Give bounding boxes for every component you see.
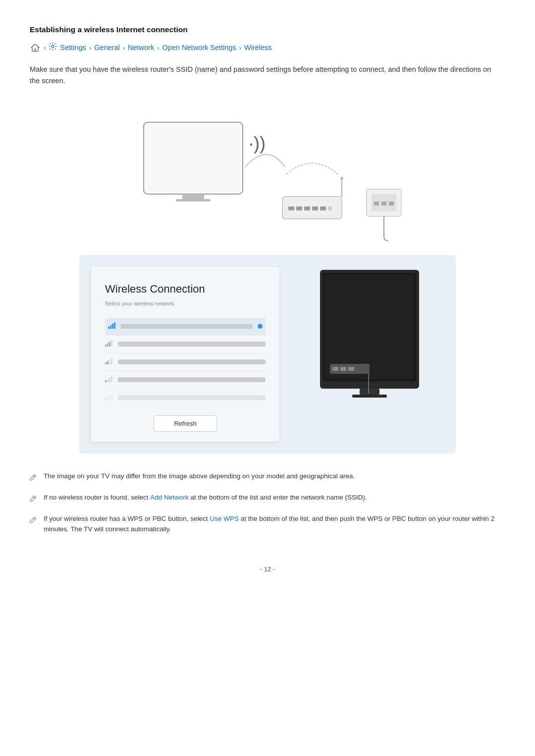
svg-rect-38 — [111, 394, 112, 400]
home-icon — [30, 43, 41, 53]
svg-rect-11 — [328, 206, 332, 210]
page-number: - 12 - — [30, 564, 505, 574]
svg-rect-26 — [111, 340, 112, 347]
svg-rect-23 — [105, 345, 107, 347]
notes-section: The image on your TV may differ from the… — [30, 471, 505, 535]
svg-rect-43 — [352, 395, 387, 398]
wifi-strength-icon-1 — [105, 339, 113, 350]
pencil-icon-2 — [30, 515, 37, 526]
tv-image-right — [293, 255, 456, 413]
pencil-icon-0 — [30, 472, 37, 484]
network-item-0[interactable] — [105, 318, 266, 336]
svg-rect-2 — [182, 194, 204, 199]
svg-rect-37 — [109, 395, 110, 400]
breadcrumb-general: General — [94, 43, 120, 53]
svg-line-50 — [34, 497, 35, 499]
wireless-connection-panel: Wireless Connection Select your wireless… — [91, 267, 279, 442]
wifi-strength-icon-0 — [108, 321, 116, 332]
panel-title: Wireless Connection — [105, 281, 266, 297]
page-title: Establishing a wireless Internet connect… — [30, 24, 505, 35]
pencil-icon-1 — [30, 494, 37, 505]
svg-rect-20 — [110, 325, 111, 329]
intro-text: Make sure that you have the wireless rou… — [30, 64, 495, 87]
svg-rect-29 — [109, 359, 110, 364]
breadcrumb-wireless: Wireless — [244, 43, 272, 53]
svg-rect-30 — [111, 358, 112, 364]
svg-rect-36 — [107, 397, 108, 400]
breadcrumb-sep-4: › — [239, 43, 241, 53]
wifi-strength-icon-2 — [105, 357, 113, 367]
network-name-2 — [118, 359, 266, 364]
network-list — [105, 318, 266, 406]
breadcrumb-sep-1: › — [89, 43, 91, 53]
wifi-strength-icon-4 — [105, 393, 113, 403]
use-wps-link[interactable]: Use WPS — [210, 515, 239, 522]
svg-rect-34 — [111, 376, 112, 382]
svg-point-0 — [52, 45, 54, 48]
breadcrumb-network: Network — [128, 43, 154, 53]
breadcrumb-sep-2: › — [123, 43, 125, 53]
svg-rect-8 — [304, 206, 310, 210]
svg-rect-22 — [114, 322, 115, 329]
svg-rect-9 — [312, 206, 318, 210]
network-name-4 — [118, 395, 266, 400]
network-item-4[interactable] — [105, 389, 266, 406]
svg-line-51 — [34, 518, 35, 520]
network-selected-dot-0 — [258, 324, 263, 329]
svg-rect-6 — [288, 206, 294, 210]
note-item-2: If your wireless router has a WPS or PBC… — [30, 514, 495, 535]
svg-rect-19 — [108, 327, 109, 329]
svg-point-13 — [340, 177, 343, 180]
add-network-link[interactable]: Add Network — [150, 494, 188, 501]
diagram-area: ·)) — [30, 102, 505, 241]
network-name-3 — [118, 377, 266, 382]
breadcrumb-sep-3: › — [157, 43, 159, 53]
svg-rect-21 — [112, 324, 113, 329]
svg-rect-27 — [105, 362, 107, 364]
svg-rect-18 — [389, 202, 394, 205]
note-text-2: If your wireless router has a WPS or PBC… — [44, 514, 495, 535]
network-item-1[interactable] — [105, 336, 266, 353]
svg-text:·)): ·)) — [249, 133, 266, 153]
svg-rect-3 — [176, 199, 211, 202]
svg-rect-45 — [332, 367, 338, 371]
svg-rect-17 — [381, 202, 386, 205]
svg-rect-46 — [340, 367, 346, 371]
network-item-3[interactable] — [105, 371, 266, 389]
wifi-strength-icon-3 — [105, 375, 113, 385]
svg-rect-35 — [105, 398, 107, 400]
svg-rect-16 — [374, 202, 379, 205]
svg-rect-1 — [144, 122, 243, 194]
svg-rect-47 — [348, 367, 354, 371]
breadcrumb-open-network-settings: Open Network Settings — [162, 43, 236, 53]
svg-rect-42 — [360, 389, 379, 395]
svg-rect-31 — [105, 380, 107, 382]
svg-rect-32 — [107, 379, 108, 382]
note-text-0: The image on your TV may differ from the… — [44, 471, 355, 482]
note-item-0: The image on your TV may differ from the… — [30, 471, 495, 484]
svg-rect-10 — [320, 206, 326, 210]
breadcrumb: › Settings › General › Network › Open Ne… — [30, 42, 505, 54]
svg-line-49 — [34, 475, 35, 477]
network-name-0 — [121, 324, 253, 329]
settings-icon — [49, 42, 57, 54]
svg-rect-28 — [107, 361, 108, 364]
svg-rect-24 — [107, 343, 108, 347]
network-item-2[interactable] — [105, 353, 266, 371]
svg-rect-25 — [109, 342, 110, 347]
panel-subtitle: Select your wireless network. — [105, 300, 266, 308]
diagram-svg: ·)) — [114, 102, 421, 241]
ui-screenshot-area: Wireless Connection Select your wireless… — [30, 255, 505, 454]
svg-rect-33 — [109, 377, 110, 382]
refresh-button[interactable]: Refresh — [154, 415, 217, 432]
note-text-1: If no wireless router is found, select A… — [44, 493, 367, 503]
svg-rect-41 — [325, 275, 414, 379]
note-item-1: If no wireless router is found, select A… — [30, 493, 495, 505]
network-name-1 — [118, 342, 266, 347]
wireless-connection-screenshot: Wireless Connection Select your wireless… — [79, 255, 456, 454]
breadcrumb-settings: Settings — [60, 43, 86, 53]
svg-rect-7 — [296, 206, 302, 210]
breadcrumb-sep-0: › — [44, 43, 46, 53]
